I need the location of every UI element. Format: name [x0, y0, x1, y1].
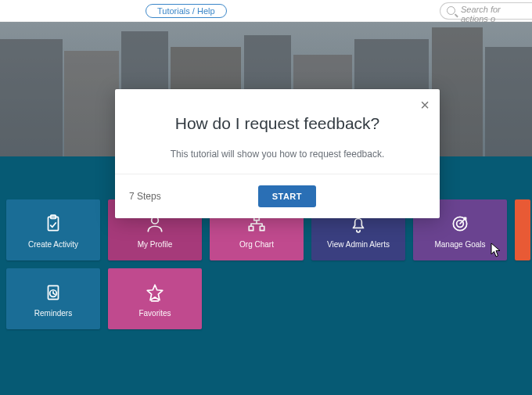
close-button[interactable]: × [416, 97, 433, 114]
tile-label: Create Activity [28, 240, 78, 249]
tile-reminders[interactable]: Reminders [6, 268, 100, 329]
tile-label: View Admin Alerts [327, 240, 390, 249]
tile-label: Favorites [138, 309, 171, 318]
search-placeholder: Search for actions o [461, 5, 501, 23]
modal-title: How do I request feedback? [137, 114, 418, 133]
tutorials-help-button[interactable]: Tutorials / Help [146, 4, 227, 18]
tile-create-activity[interactable]: Create Activity [6, 199, 100, 260]
top-bar: Tutorials / Help Search for actions o [0, 0, 532, 22]
tutorial-modal: × How do I request feedback? This tutori… [115, 89, 440, 218]
clock-icon [43, 281, 63, 304]
tile-label: My Profile [138, 240, 172, 249]
clipboard-icon [43, 212, 63, 235]
tile-label: Org Chart [239, 240, 274, 249]
target-icon [450, 212, 470, 235]
modal-description: This tutorial will show you how to reque… [137, 149, 418, 160]
tile-label: Manage Goals [434, 240, 485, 249]
tiles-row-2: RemindersFavorites [6, 268, 202, 329]
start-button[interactable]: START [258, 185, 316, 207]
search-input[interactable]: Search for actions o [440, 2, 532, 20]
tile-favorites[interactable]: Favorites [108, 268, 202, 329]
star-icon [145, 281, 165, 304]
tile-r1-5[interactable] [515, 199, 530, 260]
tile-label: Reminders [34, 309, 72, 318]
close-icon: × [420, 96, 430, 113]
step-count: 7 Steps [129, 191, 161, 202]
search-icon [447, 6, 455, 15]
